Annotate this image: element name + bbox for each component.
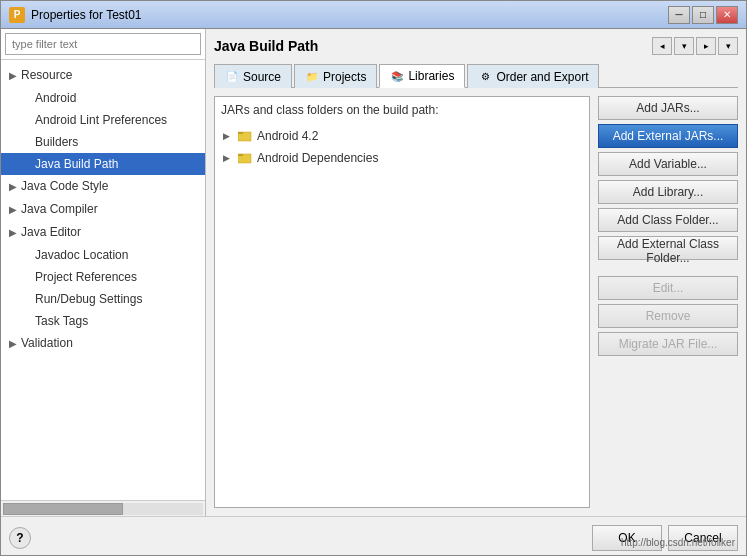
tree-item-validation[interactable]: ▶ Validation xyxy=(1,332,205,355)
title-bar-left: P Properties for Test01 xyxy=(9,7,142,23)
left-panel: ▶ ResourceAndroidAndroid Lint Preference… xyxy=(1,29,206,516)
remove-button: Remove xyxy=(598,304,738,328)
lib-item[interactable]: ▶ Android Dependencies xyxy=(219,147,585,169)
svg-rect-3 xyxy=(238,154,243,156)
tree-arrow-icon: ▶ xyxy=(9,67,21,85)
tab-source[interactable]: 📄Source xyxy=(214,64,292,88)
tree-item-android[interactable]: Android xyxy=(1,87,205,109)
tab-icon-order-export: ⚙ xyxy=(478,70,492,84)
window-title: Properties for Test01 xyxy=(31,8,142,22)
tab-label-projects: Projects xyxy=(323,70,366,84)
lib-item-label: Android Dependencies xyxy=(257,151,378,165)
tree-item-label: Task Tags xyxy=(35,314,88,328)
tree-item-java-editor[interactable]: ▶ Java Editor xyxy=(1,221,205,244)
title-bar-controls: ─ □ ✕ xyxy=(668,6,738,24)
tab-order-export[interactable]: ⚙Order and Export xyxy=(467,64,599,88)
right-panel: Java Build Path ◂ ▾ ▸ ▾ 📄Source📁Projects… xyxy=(206,29,746,516)
tree-item-builders[interactable]: Builders xyxy=(1,131,205,153)
tree-item-resource[interactable]: ▶ Resource xyxy=(1,64,205,87)
svg-rect-1 xyxy=(238,132,243,134)
right-panel-title: Java Build Path xyxy=(214,38,318,54)
migrate-jar-button: Migrate JAR File... xyxy=(598,332,738,356)
bottom-left: ? xyxy=(9,527,31,549)
tree-item-java-compiler[interactable]: ▶ Java Compiler xyxy=(1,198,205,221)
add-external-class-folder-button[interactable]: Add External Class Folder... xyxy=(598,236,738,260)
tree-item-run-debug[interactable]: Run/Debug Settings xyxy=(1,288,205,310)
nav-forward-dropdown-button[interactable]: ▾ xyxy=(718,37,738,55)
nav-back-button[interactable]: ◂ xyxy=(652,37,672,55)
close-button[interactable]: ✕ xyxy=(716,6,738,24)
buttons-column: Add JARs...Add External JARs...Add Varia… xyxy=(598,96,738,508)
tab-label-source: Source xyxy=(243,70,281,84)
nav-arrows: ◂ ▾ ▸ ▾ xyxy=(652,37,738,55)
maximize-button[interactable]: □ xyxy=(692,6,714,24)
tree-item-java-build-path[interactable]: Java Build Path xyxy=(1,153,205,175)
window-icon: P xyxy=(9,7,25,23)
title-bar: P Properties for Test01 ─ □ ✕ xyxy=(1,1,746,29)
tree-item-android-lint[interactable]: Android Lint Preferences xyxy=(1,109,205,131)
libraries-panel: JARs and class folders on the build path… xyxy=(214,96,590,508)
add-jars-button[interactable]: Add JARs... xyxy=(598,96,738,120)
lib-tree: ▶ Android 4.2▶ Android Dependencies xyxy=(219,125,585,503)
tab-icon-source: 📄 xyxy=(225,70,239,84)
tree-arrow-icon: ▶ xyxy=(9,335,21,353)
panel-label: JARs and class folders on the build path… xyxy=(219,101,585,119)
tree-item-label: Run/Debug Settings xyxy=(35,292,142,306)
nav-forward-button[interactable]: ▸ xyxy=(696,37,716,55)
button-spacer xyxy=(598,264,738,272)
content-area: JARs and class folders on the build path… xyxy=(214,96,738,508)
add-library-button[interactable]: Add Library... xyxy=(598,180,738,204)
tab-projects[interactable]: 📁Projects xyxy=(294,64,377,88)
add-class-folder-button[interactable]: Add Class Folder... xyxy=(598,208,738,232)
tree-arrow-icon: ▶ xyxy=(9,224,21,242)
tree-item-label: Project References xyxy=(35,270,137,284)
lib-tree-arrow-icon: ▶ xyxy=(223,131,233,141)
lib-item-label: Android 4.2 xyxy=(257,129,318,143)
tree-item-label: Java Compiler xyxy=(21,202,98,216)
lib-item[interactable]: ▶ Android 4.2 xyxy=(219,125,585,147)
add-external-jars-button[interactable]: Add External JARs... xyxy=(598,124,738,148)
tree-item-java-code-style[interactable]: ▶ Java Code Style xyxy=(1,175,205,198)
lib-folder-icon xyxy=(237,128,253,144)
filter-input[interactable] xyxy=(5,33,201,55)
edit-button: Edit... xyxy=(598,276,738,300)
main-content: ▶ ResourceAndroidAndroid Lint Preference… xyxy=(1,29,746,516)
tree-item-label: Android xyxy=(35,91,76,105)
tree-item-project-references[interactable]: Project References xyxy=(1,266,205,288)
tree-item-label: Resource xyxy=(21,68,72,82)
help-button[interactable]: ? xyxy=(9,527,31,549)
watermark: http://blog.csdn.net/follker xyxy=(621,537,735,548)
nav-dropdown-button[interactable]: ▾ xyxy=(674,37,694,55)
tree-item-label: Javadoc Location xyxy=(35,248,128,262)
tabs-row: 📄Source📁Projects📚Libraries⚙Order and Exp… xyxy=(214,63,738,88)
tree-item-label: Java Editor xyxy=(21,225,81,239)
add-variable-button[interactable]: Add Variable... xyxy=(598,152,738,176)
tab-icon-projects: 📁 xyxy=(305,70,319,84)
minimize-button[interactable]: ─ xyxy=(668,6,690,24)
tree-list: ▶ ResourceAndroidAndroid Lint Preference… xyxy=(1,60,205,500)
tab-icon-libraries: 📚 xyxy=(390,69,404,83)
lib-tree-arrow-icon: ▶ xyxy=(223,153,233,163)
lib-folder-icon xyxy=(237,150,253,166)
main-window: P Properties for Test01 ─ □ ✕ ▶ Resource… xyxy=(0,0,747,556)
tree-item-label: Java Build Path xyxy=(35,157,118,171)
bottom-bar: ? OK Cancel xyxy=(1,516,746,555)
tree-arrow-icon: ▶ xyxy=(9,201,21,219)
filter-box xyxy=(1,29,205,60)
tree-item-label: Java Code Style xyxy=(21,179,108,193)
right-header: Java Build Path ◂ ▾ ▸ ▾ xyxy=(214,37,738,55)
tab-label-order-export: Order and Export xyxy=(496,70,588,84)
tree-item-label: Builders xyxy=(35,135,78,149)
scroll-track xyxy=(3,503,203,515)
left-scrollbar[interactable] xyxy=(1,500,205,516)
tree-arrow-icon: ▶ xyxy=(9,178,21,196)
tree-item-javadoc-location[interactable]: Javadoc Location xyxy=(1,244,205,266)
tab-label-libraries: Libraries xyxy=(408,69,454,83)
scroll-thumb xyxy=(3,503,123,515)
tree-item-label: Android Lint Preferences xyxy=(35,113,167,127)
tree-item-task-tags[interactable]: Task Tags xyxy=(1,310,205,332)
tab-libraries[interactable]: 📚Libraries xyxy=(379,64,465,88)
tree-item-label: Validation xyxy=(21,336,73,350)
